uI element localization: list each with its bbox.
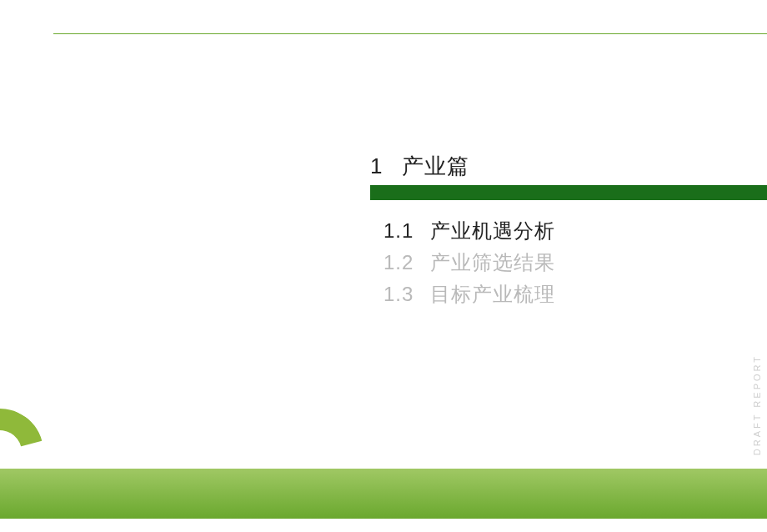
toc-list: 1.1 产业机遇分析 1.2 产业筛选结果 1.3 目标产业梳理 xyxy=(384,215,555,310)
toc-item-number: 1.2 xyxy=(384,247,430,279)
section-number: 1 xyxy=(370,153,383,179)
draft-watermark: DRAFT REPORT xyxy=(752,354,762,455)
section-label: 产业篇 xyxy=(402,152,469,181)
toc-item-label: 产业机遇分析 xyxy=(430,215,555,247)
toc-item-number: 1.3 xyxy=(384,279,430,310)
bottom-green-strip xyxy=(0,469,767,519)
toc-item-3: 1.3 目标产业梳理 xyxy=(384,279,555,310)
toc-item-number: 1.1 xyxy=(384,215,430,247)
section-title: 1 产业篇 xyxy=(370,152,469,181)
toc-item-label: 目标产业梳理 xyxy=(430,279,555,310)
section-underline-bar xyxy=(370,185,767,200)
toc-item-2: 1.2 产业筛选结果 xyxy=(384,247,555,279)
top-rule xyxy=(53,33,767,34)
toc-item-1: 1.1 产业机遇分析 xyxy=(384,215,555,247)
toc-item-label: 产业筛选结果 xyxy=(430,247,555,279)
